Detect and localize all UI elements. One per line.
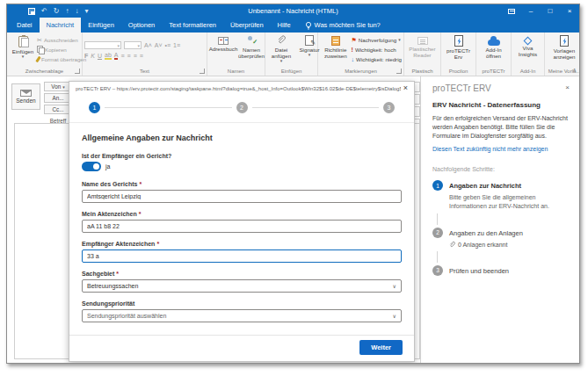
immersive-reader-button[interactable]: Plastischer Reader: [406, 33, 439, 59]
taskpane-title: proTECTr ERV: [432, 83, 491, 93]
collapse-ribbon-icon[interactable]: ∧: [572, 67, 577, 74]
bullet-list-icon[interactable]: •≡: [165, 42, 171, 48]
move-up-icon[interactable]: ↑: [65, 8, 69, 15]
recipient-reference-input[interactable]: [82, 249, 402, 263]
high-importance-button[interactable]: ! Wichtigkeit: hoch: [352, 45, 402, 54]
close-button[interactable]: ×: [560, 4, 579, 18]
attach-file-dropdown-icon: ▾: [280, 59, 283, 62]
grow-font-button[interactable]: A˄: [144, 42, 152, 48]
viva-insights-button[interactable]: Viva Insights: [513, 33, 542, 58]
ribbon-group-protectr: Add-In öffnen proTECTr E...: [476, 33, 512, 76]
assign-policy-button[interactable]: Richtlinie zuweisen: [320, 33, 352, 60]
tab-review[interactable]: Überprüfen: [223, 18, 271, 33]
signature-dropdown-icon: ▾: [309, 53, 311, 56]
viva-insights-icon: [524, 37, 533, 46]
bold-button[interactable]: F: [84, 53, 88, 59]
paperclip-icon: [277, 34, 286, 46]
scissors-icon: ✂: [37, 37, 42, 43]
tags-group-label: Markierungen: [320, 67, 402, 76]
tab-options[interactable]: Optionen: [121, 18, 162, 33]
undo-icon[interactable]: ↶: [41, 8, 47, 15]
envelope-icon: [20, 90, 32, 97]
attach-file-button[interactable]: Datei anfügen ▾: [267, 33, 295, 63]
text-dialog-launcher-icon[interactable]: [200, 69, 205, 74]
taskpane-heading: ERV Nachricht - Datenerfassung: [432, 101, 570, 109]
italic-button[interactable]: K: [91, 53, 95, 59]
tell-me-label: Was möchten Sie tun?: [315, 21, 381, 29]
tab-file[interactable]: Datei: [10, 18, 40, 33]
court-toggle-state: ja: [105, 163, 110, 170]
align-center-icon[interactable]: ≡: [127, 53, 131, 59]
subject-area-select[interactable]: Betreuungssachen ∨: [82, 279, 402, 293]
open-addin-button[interactable]: Add-In öffnen: [478, 33, 509, 60]
copy-button[interactable]: Kopieren: [37, 45, 86, 54]
tell-me-box[interactable]: Was möchten Sie tun?: [305, 18, 381, 33]
tab-format-text[interactable]: Text formatieren: [162, 18, 223, 33]
my-reference-label: Mein Aktenzeichen*: [82, 211, 402, 217]
address-book-button[interactable]: Adressbuch: [209, 33, 237, 53]
align-right-icon[interactable]: ≡: [134, 53, 137, 59]
outlook-compose-window: Unbenannt - Nachricht (HTML) ↶ ↻ ↑ ↓ ▾ –…: [6, 4, 580, 364]
cloud-icon: [488, 40, 500, 46]
step-2-title: Angaben zu den Anlagen: [449, 228, 523, 238]
numbered-list-icon[interactable]: 1≡: [173, 42, 180, 48]
next-button[interactable]: Weiter: [359, 340, 403, 355]
ribbon-group-procilon: proTECTr Erv Procilon: [441, 33, 476, 76]
align-left-icon[interactable]: ≡: [120, 53, 124, 59]
dismiss-text-link[interactable]: Diesen Text zukünftig nicht mehr anzeige…: [432, 146, 570, 152]
minimize-button[interactable]: –: [521, 4, 541, 18]
ribbon-group-include: Datei anfügen ▾ Signatur ▾ Einfügen: [265, 33, 318, 76]
follow-up-button[interactable]: ⚑ Nachverfolgung ▾: [352, 35, 402, 44]
dialog-close-icon[interactable]: ×: [403, 84, 408, 92]
cut-button[interactable]: ✂ Ausschneiden: [37, 35, 86, 44]
low-importance-button[interactable]: ↓ Wichtigkeit: niedrig: [352, 54, 402, 63]
ribbon-tab-row: Datei Nachricht Einfügen Optionen Text f…: [7, 18, 579, 33]
court-toggle[interactable]: [82, 162, 101, 171]
indent-icon[interactable]: ≡: [140, 53, 143, 59]
paste-button[interactable]: Einfügen ▾: [9, 33, 37, 59]
tab-help[interactable]: Hilfe: [271, 18, 298, 33]
show-templates-button[interactable]: Vorlagen anzeigen: [547, 33, 579, 61]
stepper-step-3: 3: [383, 102, 395, 113]
clipboard-group-label: Zwischenablage: [9, 67, 80, 76]
font-color-button[interactable]: A: [114, 52, 119, 60]
names-group-label: Namen: [209, 67, 263, 76]
priority-label: Sendungspriorität: [82, 300, 402, 307]
tab-insert[interactable]: Einfügen: [81, 18, 121, 33]
dialog-heading: Allgemeine Angaben zur Nachricht: [82, 134, 402, 142]
format-painter-button[interactable]: Format übertragen: [37, 54, 86, 63]
save-icon[interactable]: [28, 8, 35, 15]
chevron-down-icon: ∨: [393, 313, 396, 319]
highlight-button[interactable]: ab: [105, 52, 112, 60]
stepper-step-2: 2: [236, 102, 248, 113]
maximize-button[interactable]: □: [541, 4, 560, 18]
title-bar: Unbenannt - Nachricht (HTML) ↶ ↻ ↑ ↓ ▾ –…: [7, 4, 579, 18]
priority-select[interactable]: Sendungspriorität auswählen ∨: [82, 309, 402, 322]
underline-button[interactable]: U: [98, 53, 102, 59]
font-size-combo[interactable]: ▾: [124, 41, 142, 49]
check-names-button[interactable]: Namen überprüfen: [237, 33, 265, 60]
stepper-step-1: 1: [89, 102, 100, 113]
include-group-label: Einfügen: [267, 67, 316, 76]
protectr-erv-button[interactable]: proTECTr Erv: [443, 33, 474, 61]
immersive-reader-icon: [417, 37, 428, 45]
protectr-erv-icon: [454, 35, 463, 47]
move-down-icon[interactable]: ↓: [75, 8, 78, 15]
clipboard-dialog-launcher-icon[interactable]: [75, 69, 80, 74]
flag-icon: ⚑: [352, 37, 357, 43]
protectr-taskpane: proTECTr ERV × ERV Nachricht - Datenerfa…: [420, 76, 579, 363]
customize-qat-icon[interactable]: ▾: [84, 8, 88, 15]
redo-icon[interactable]: ↻: [54, 8, 60, 15]
my-reference-input[interactable]: [82, 220, 402, 233]
check-names-icon: [246, 35, 257, 46]
taskpane-close-icon[interactable]: ×: [565, 83, 570, 91]
shrink-font-button[interactable]: A˅: [155, 42, 163, 48]
tab-message[interactable]: Nachricht: [40, 18, 82, 33]
court-name-input[interactable]: [82, 190, 402, 203]
send-button[interactable]: Senden: [11, 83, 40, 110]
recipient-reference-label: Empfänger Aktenzeichen*: [82, 241, 402, 247]
ribbon-display-options-button[interactable]: [502, 4, 521, 18]
step-3-title: Prüfen und beenden: [449, 265, 509, 276]
tags-dialog-launcher-icon[interactable]: [396, 69, 402, 74]
font-name-combo[interactable]: ▾: [84, 41, 121, 49]
